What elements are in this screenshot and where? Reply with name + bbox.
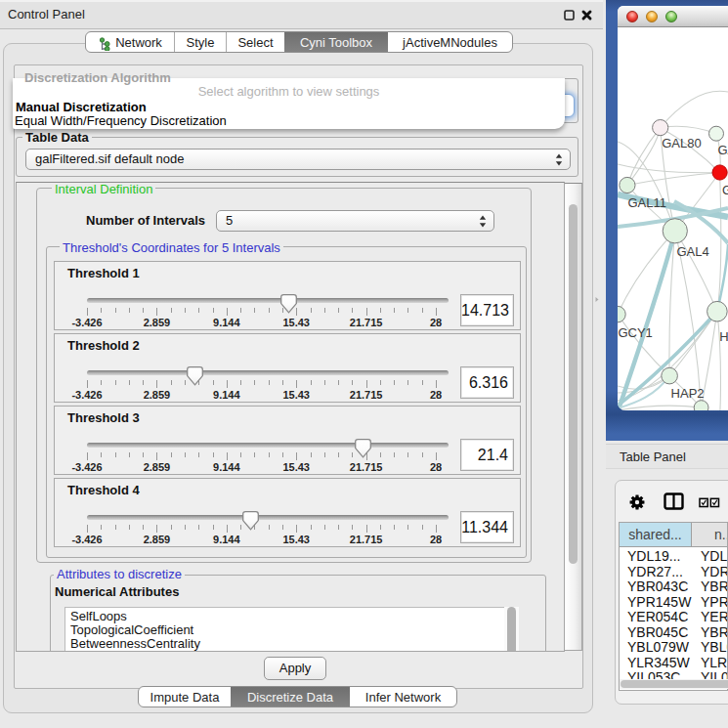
- svg-text:HAP2: HAP2: [671, 386, 705, 401]
- svg-text:GAL: GAL: [722, 183, 728, 197]
- svg-text:GAL11: GAL11: [627, 195, 666, 210]
- svg-text:HIS4: HIS4: [719, 329, 728, 344]
- svg-text:GAL4: GAL4: [676, 244, 708, 259]
- svg-text:GCY1: GCY1: [618, 325, 652, 340]
- svg-text:GAL80: GAL80: [662, 136, 701, 150]
- svg-text:GAL4: GAL4: [717, 143, 728, 157]
